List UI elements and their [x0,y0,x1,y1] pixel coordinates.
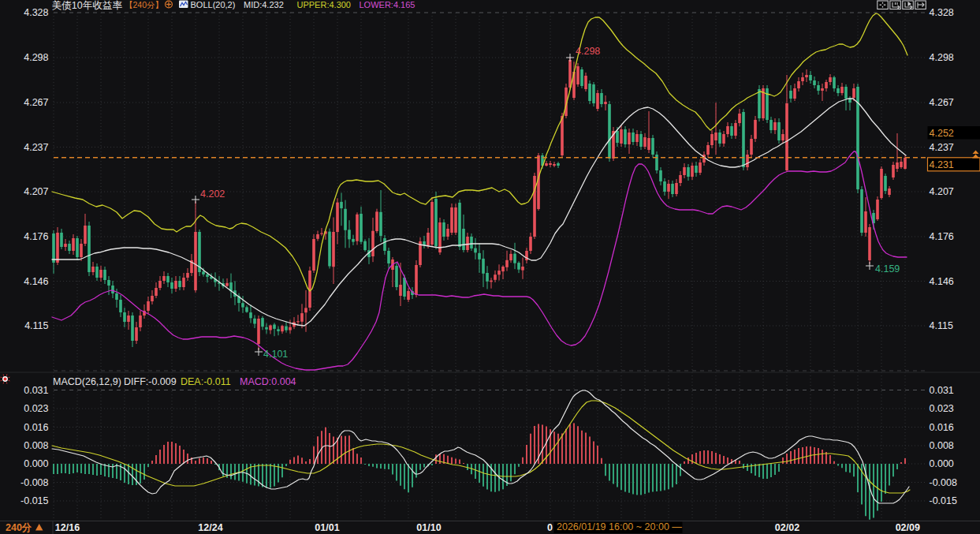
svg-text:UPPER:4.300: UPPER:4.300 [297,0,351,9]
svg-text:LOWER:4.165: LOWER:4.165 [360,0,415,9]
svg-text:4.298: 4.298 [576,46,600,57]
svg-text:01/10: 01/10 [416,522,441,533]
svg-text:-0.008: -0.008 [930,477,957,488]
svg-text:4.176: 4.176 [930,231,954,242]
svg-text:DEA:-0.011: DEA:-0.011 [181,376,231,387]
svg-text:MID:4.232: MID:4.232 [244,0,284,9]
svg-text:0.000: 0.000 [930,458,954,469]
svg-text:4.101: 4.101 [263,349,288,360]
svg-text:0.000: 0.000 [24,458,48,469]
svg-text:MACD(26,12,9): MACD(26,12,9) [53,376,121,387]
svg-text:0.023: 0.023 [24,403,48,414]
svg-text:美债10年收益率: 美债10年收益率 [52,0,123,11]
svg-text:01/01: 01/01 [315,522,339,533]
svg-text:4.252: 4.252 [930,128,954,139]
svg-text:0.016: 0.016 [930,422,954,433]
svg-text:4.207: 4.207 [930,186,954,197]
svg-text:4.207: 4.207 [24,186,48,197]
svg-text:0.031: 0.031 [930,385,954,396]
svg-text:4.115: 4.115 [930,320,953,331]
svg-text:02/02: 02/02 [775,522,799,533]
svg-text:4.298: 4.298 [930,52,954,63]
svg-text:【240分】: 【240分】 [125,0,163,9]
svg-text:0.031: 0.031 [24,385,48,396]
svg-text:DIFF:-0.009: DIFF:-0.009 [124,376,177,387]
svg-text:0.023: 0.023 [930,403,954,414]
svg-text:BOLL(20,2): BOLL(20,2) [191,0,236,9]
svg-text:4.146: 4.146 [24,276,48,287]
svg-text:4.146: 4.146 [930,276,954,287]
svg-text:-0.008: -0.008 [20,477,48,488]
svg-text:12/24: 12/24 [198,522,222,533]
svg-text:0.008: 0.008 [930,440,954,451]
svg-text:240分: 240分 [6,522,32,533]
svg-text:4.159: 4.159 [875,263,900,274]
svg-text:-0.015: -0.015 [20,495,48,506]
svg-text:4.231: 4.231 [930,159,954,170]
svg-text:4.202: 4.202 [200,189,225,200]
svg-text:-0.015: -0.015 [930,495,957,506]
svg-text:0: 0 [547,522,553,533]
svg-text:4.298: 4.298 [24,52,48,63]
svg-text:4.237: 4.237 [24,142,48,153]
svg-text:4.328: 4.328 [930,7,954,18]
svg-text:4.328: 4.328 [24,7,48,18]
svg-text:0.016: 0.016 [24,422,48,433]
svg-text:4.267: 4.267 [24,97,48,108]
svg-text:4.267: 4.267 [930,97,954,108]
svg-text:4.237: 4.237 [930,142,954,153]
svg-text:4.176: 4.176 [24,231,48,242]
svg-text:MACD:0.004: MACD:0.004 [240,376,296,387]
svg-text:0.008: 0.008 [24,440,48,451]
svg-text:4.115: 4.115 [24,320,48,331]
svg-text:12/16: 12/16 [55,522,80,533]
svg-text:2026/01/19 16:00 ~ 20:00 —: 2026/01/19 16:00 ~ 20:00 — [557,521,682,532]
svg-text:02/09: 02/09 [896,522,920,533]
